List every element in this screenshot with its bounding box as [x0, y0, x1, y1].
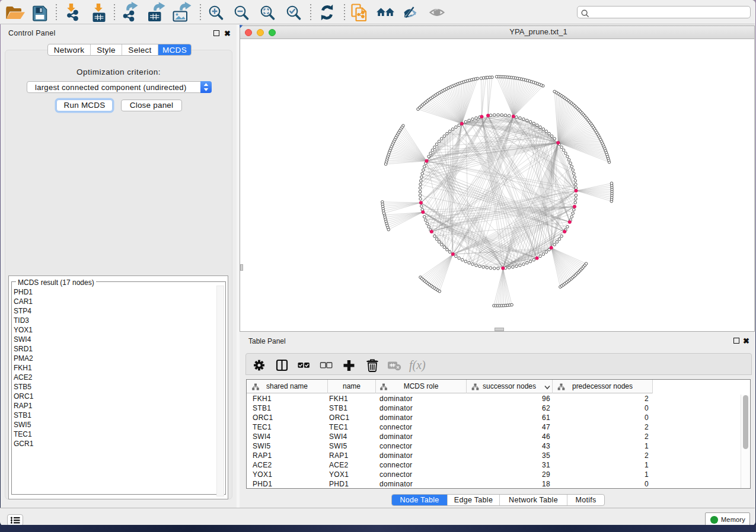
- svg-text:f(x): f(x): [409, 358, 426, 372]
